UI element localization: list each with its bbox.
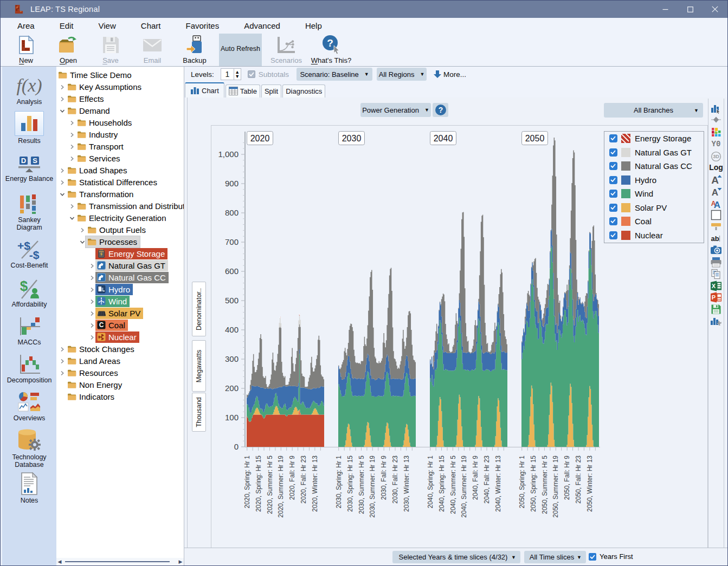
- chevron-collapsed-icon[interactable]: [60, 94, 65, 103]
- chevron-collapsed-icon[interactable]: [89, 261, 95, 270]
- chart-type-icon[interactable]: [708, 104, 724, 114]
- chevron-collapsed-icon[interactable]: [89, 297, 95, 306]
- tree-item-statistical-differences[interactable]: Statistical Differences: [56, 176, 184, 188]
- tree-item-natural-gas-gt[interactable]: Natural Gas GT: [56, 259, 184, 271]
- chevron-collapsed-icon[interactable]: [69, 142, 75, 151]
- save-chart-icon[interactable]: [708, 304, 724, 315]
- legend-checkbox[interactable]: [609, 231, 617, 239]
- chevron-collapsed-icon[interactable]: [69, 130, 75, 139]
- tree-item-transmission-and-distribution[interactable]: Transmission and Distribution: [56, 200, 184, 212]
- sidebar-item-overviews[interactable]: Overviews: [2, 392, 56, 422]
- tree-item-land-areas[interactable]: Land Areas: [56, 355, 184, 367]
- powerpoint-icon[interactable]: P: [708, 292, 724, 303]
- legend-checkbox[interactable]: [609, 190, 617, 198]
- legend-row-energy-storage[interactable]: Energy Storage: [604, 132, 704, 146]
- chevron-collapsed-icon[interactable]: [69, 201, 75, 211]
- marker-icon[interactable]: [708, 116, 724, 123]
- labels-icon[interactable]: ab: [708, 233, 724, 243]
- legend-checkbox[interactable]: [609, 176, 617, 184]
- tree-item-stock-changes[interactable]: Stock Changes: [56, 343, 184, 355]
- camera-icon[interactable]: [708, 245, 724, 255]
- chevron-expanded-icon[interactable]: [60, 190, 65, 199]
- sidebar-item-results[interactable]: Results: [2, 111, 56, 145]
- legend-checkbox[interactable]: [609, 134, 617, 142]
- unit-button-denominator-[interactable]: Denominator..: [192, 282, 206, 336]
- menu-area[interactable]: Area: [5, 21, 47, 30]
- log-icon[interactable]: Log: [708, 163, 724, 172]
- more-label[interactable]: More...: [443, 70, 466, 79]
- tree-item-indicators[interactable]: Indicators: [56, 391, 184, 402]
- menu-advanced[interactable]: Advanced: [231, 21, 293, 30]
- legend-checkbox[interactable]: [609, 148, 617, 157]
- bgcolor-icon[interactable]: [708, 210, 724, 220]
- tree-item-effects[interactable]: Effects: [56, 93, 184, 105]
- tree-item-coal[interactable]: CCoal: [56, 319, 184, 331]
- tab-diagnostics[interactable]: Diagnostics: [282, 84, 325, 97]
- slices-dropdown[interactable]: Selected Years & time slices (4/32)▼: [392, 551, 520, 563]
- font-color-icon[interactable]: AA: [708, 198, 724, 209]
- tree-item-nuclear[interactable]: Nuclear: [56, 331, 184, 343]
- tree-item-demand[interactable]: Demand: [56, 105, 184, 116]
- tab-split[interactable]: Split: [261, 84, 281, 97]
- variable-dropdown[interactable]: Power Generation▼: [360, 103, 431, 117]
- threed-icon[interactable]: 3D: [708, 151, 724, 162]
- maximize-button[interactable]: [678, 1, 703, 18]
- scenario-dropdown[interactable]: Scenario: Baseline▼: [297, 68, 372, 81]
- minimize-button[interactable]: [653, 1, 678, 18]
- tree-item-natural-gas-cc[interactable]: Natural Gas CC: [56, 271, 184, 283]
- scroll-right-icon[interactable]: ▶: [177, 559, 184, 564]
- chevron-collapsed-icon[interactable]: [60, 344, 65, 354]
- tree-item-industry[interactable]: Industry: [56, 128, 184, 140]
- chevron-collapsed-icon[interactable]: [60, 356, 65, 366]
- unit-button-thousand[interactable]: Thousand: [192, 393, 206, 432]
- sidebar-item-affordability[interactable]: $Affordability: [2, 278, 56, 308]
- menu-view[interactable]: View: [86, 21, 128, 30]
- chevron-collapsed-icon[interactable]: [69, 154, 75, 163]
- levels-value[interactable]: 1: [221, 68, 234, 80]
- sidebar-item-decomposition[interactable]: Decomposition: [2, 354, 56, 384]
- tree-item-output-fuels[interactable]: Output Fuels: [56, 224, 184, 236]
- subtotals-checkbox[interactable]: [248, 70, 255, 78]
- scroll-left-icon[interactable]: ◀: [56, 559, 63, 564]
- highlight-icon[interactable]: [708, 222, 724, 231]
- tree-item-energy-storage[interactable]: Energy Storage: [56, 248, 184, 259]
- font-down-icon[interactable]: A: [708, 186, 724, 197]
- tab-chart[interactable]: Chart: [185, 82, 224, 97]
- copy-icon[interactable]: [708, 269, 724, 279]
- chevron-collapsed-icon[interactable]: [60, 368, 65, 378]
- legend-checkbox[interactable]: [609, 162, 617, 170]
- y0-icon[interactable]: Y0: [708, 139, 724, 148]
- tree-item-time-slice-demo[interactable]: Time Slice Demo: [56, 69, 184, 81]
- scrollbar-thumb[interactable]: [65, 561, 170, 562]
- levels-spinner[interactable]: 1 ▲▼: [221, 68, 241, 80]
- time-slices-dropdown[interactable]: All Time slices▼: [524, 551, 586, 563]
- legend-row-natural-gas-gt[interactable]: Natural Gas GT: [604, 146, 704, 160]
- legend-row-hydro[interactable]: Hydro: [604, 173, 704, 187]
- sidebar-item-technology-database[interactable]: Technology Database: [2, 428, 56, 469]
- chevron-collapsed-icon[interactable]: [60, 82, 65, 92]
- menu-edit[interactable]: Edit: [47, 21, 86, 30]
- years-first-checkbox[interactable]: [589, 553, 596, 561]
- font-up-icon[interactable]: A: [708, 174, 724, 185]
- chevron-expanded-icon[interactable]: [69, 213, 75, 223]
- chevron-collapsed-icon[interactable]: [69, 118, 75, 127]
- toolbar-what-s-this--button[interactable]: ?What's This?: [304, 34, 358, 66]
- chevron-collapsed-icon[interactable]: [89, 321, 95, 330]
- tree-horizontal-scrollbar[interactable]: ◀ ▶: [56, 558, 184, 565]
- tree-item-key-assumptions[interactable]: Key Assumptions: [56, 81, 184, 93]
- toolbar-auto-refresh-button[interactable]: Auto Refresh: [219, 34, 262, 66]
- tree-item-transformation[interactable]: Transformation: [56, 188, 184, 200]
- tree-item-electricity-generation[interactable]: Electricity Generation: [56, 212, 184, 224]
- excel-icon[interactable]: X: [708, 281, 724, 291]
- sidebar-item-sankey-diagram[interactable]: Sankey Diagram: [2, 193, 56, 231]
- tab-table[interactable]: Table: [226, 84, 260, 97]
- legend-row-natural-gas-cc[interactable]: Natural Gas CC: [604, 159, 704, 173]
- toolbar-backup-button[interactable]: Backup: [167, 34, 222, 66]
- print-icon[interactable]: [708, 257, 724, 268]
- menu-favorites[interactable]: Favorites: [173, 21, 231, 30]
- spin-down-icon[interactable]: ▼: [235, 74, 240, 79]
- tree-item-load-shapes[interactable]: Load Shapes: [56, 164, 184, 176]
- sidebar-item-analysis[interactable]: f(x)Analysis: [2, 75, 56, 106]
- sidebar-item-cost-benefit[interactable]: +$-$Cost-Benefit: [2, 239, 56, 269]
- chevron-collapsed-icon[interactable]: [89, 273, 95, 282]
